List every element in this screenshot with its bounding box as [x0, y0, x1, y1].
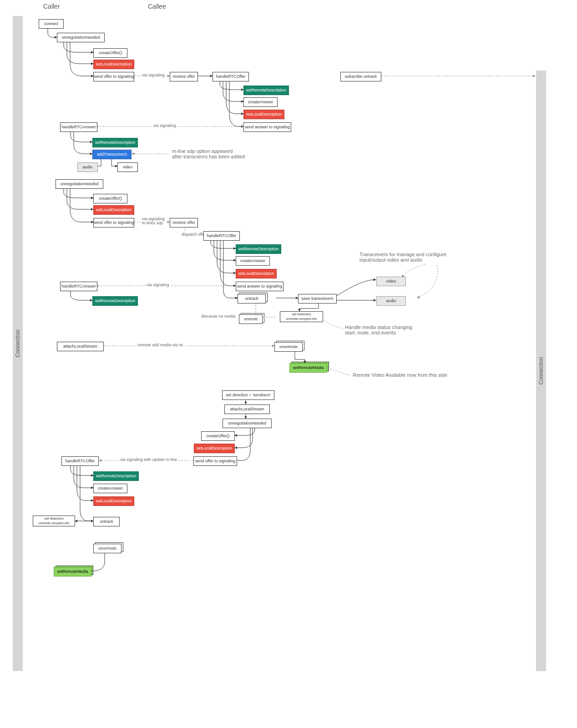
header-caller: Caller — [43, 3, 60, 10]
node-addtransceivers: addTransceivers — [92, 150, 132, 159]
node-set-listeners-2: set listeners onmute,onopen,etc — [33, 516, 75, 526]
lane-left-label: Connection — [15, 330, 21, 358]
node-createanswer-1: createAnswer — [243, 97, 278, 107]
annotation-transceivers: Transceivers for manage and configure in… — [359, 252, 446, 263]
label-onmute-add-media: onmute add media via rtc — [137, 343, 184, 347]
label-because-no-media: Because no media — [201, 314, 237, 318]
lane-right-label: Connection — [538, 357, 544, 385]
diagram-canvas: Caller Callee Connection Connection — [0, 0, 577, 728]
lane-right: Connection — [536, 71, 546, 671]
node-attachlocalstream-1: attachLocalStream — [57, 342, 104, 351]
node-handlertcanswer-2: handleRTCAnswer — [60, 282, 97, 291]
node-setremotedescription-3: setRemoteDescription — [236, 244, 281, 254]
label-via-signaling-2: via signaling — [152, 123, 177, 128]
node-set-direction: set direction = 'sendrecv' — [222, 390, 274, 400]
node-ontrack-1: ontrack — [238, 294, 266, 303]
node-video-transceiver: video — [376, 277, 406, 286]
node-setlocaldescription-4: setLocalDescription — [236, 269, 277, 278]
node-video-1: video — [117, 162, 138, 172]
node-setlocaldescription-1: setLocalDescription — [93, 60, 134, 69]
node-audio-transceiver: audio — [376, 296, 406, 306]
node-handlertcanswer-1: handleRTCAnswer — [60, 122, 97, 132]
node-connect: connect — [39, 19, 64, 29]
node-onmute: onmute — [239, 314, 263, 324]
node-send-offer-1: send offer to signaling — [93, 72, 134, 81]
node-setlocaldescription-6: setLocalDescription — [93, 496, 134, 506]
annotation-mline: m-line sdp option appeared after transci… — [172, 148, 245, 159]
edges-layer — [0, 0, 577, 728]
header-callee: Callee — [148, 3, 166, 10]
node-send-offer-2: send offer to signaling — [93, 218, 134, 228]
node-save-transceivers: save transceivers — [298, 294, 337, 303]
node-subscribe-ontrack: subscribe ontrack — [340, 72, 381, 81]
node-receive-offer-1: receive offer — [170, 72, 198, 81]
label-via-signaling-1: via signaling — [141, 73, 166, 77]
label-via-signaling-3: via signaling — [146, 283, 170, 287]
annotation-remote-video: Remote Video Available now from this sid… — [353, 372, 447, 378]
node-setremotedescription-2: setRemoteDescription — [92, 138, 138, 147]
node-setremotemedia-1: setRemoteMedia — [289, 363, 327, 373]
node-setremotemedia-2: setRemoteMedia — [54, 567, 91, 576]
node-setremotedescription-4: setRemoteDescription — [92, 296, 138, 306]
node-audio-1: audio — [77, 162, 98, 172]
node-createanswer-3: createAnswer — [93, 484, 127, 493]
node-setlocaldescription-3: setLocalDescription — [93, 205, 134, 215]
node-createoffer-2: createOffer() — [93, 194, 127, 203]
node-handlertcoffer-3: handleRTCOffer — [61, 456, 99, 466]
label-via-signaling-update: via signaling with update m-line — [119, 457, 178, 462]
node-handlertcoffer-2: handleRTCOffer — [203, 231, 240, 241]
node-receive-offer-2: receive offer — [170, 218, 198, 228]
node-ontrack-2: ontrack — [93, 517, 120, 526]
node-setlocaldescription-2: setLocalDescription — [243, 110, 284, 119]
lane-left: Connection — [13, 16, 23, 671]
node-createoffer-1: createOffer() — [93, 48, 127, 58]
node-attachlocalstream-2: attachLocalStream — [224, 404, 270, 414]
node-onunmute-1: onunmute — [274, 342, 303, 352]
node-onnegotiationneeded-3: onnegotiationneeded — [223, 419, 272, 428]
node-send-answer-1: send answer to signaling — [243, 122, 291, 132]
node-onnegotiationneeded-2: onnegotiationneeded — [56, 179, 103, 189]
node-createoffer-3: createOffer() — [201, 431, 235, 441]
label-via-signaling-mline: via signaling m-lines sdp — [141, 217, 166, 225]
node-setlocaldescription-5: setLocalDescription — [194, 444, 235, 453]
node-send-answer-2: send answer to signaling — [236, 282, 283, 291]
node-set-listeners-1: set listeners onmute,onopen,etc — [280, 311, 323, 322]
node-createanswer-2: createAnswer — [236, 256, 270, 266]
node-setremotedescription-5: setRemoteDescription — [93, 471, 139, 481]
annotation-handle-media: Handle media status changing start, mute… — [345, 324, 412, 335]
node-onunmute-2: onunmute — [93, 544, 121, 553]
node-send-offer-3: send offer to signaling — [193, 456, 237, 466]
node-handlertcoffer-1: handleRTCOffer — [213, 72, 249, 81]
node-onnegotiationneeded-1: onnegotiationneeded — [57, 33, 105, 42]
node-setremotedescription-1: setRemoteDescription — [243, 86, 289, 95]
